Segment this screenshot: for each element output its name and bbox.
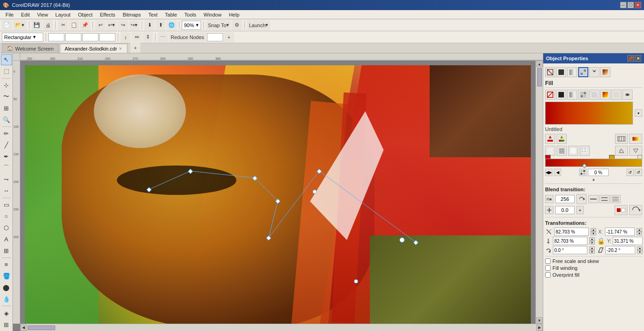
fill-options-btn[interactable] bbox=[615, 134, 628, 144]
free-scale-checkbox[interactable] bbox=[545, 258, 551, 264]
grad-left-arrow[interactable]: ◀▶ bbox=[545, 169, 552, 176]
table-tool[interactable]: ⊞ bbox=[1, 245, 12, 256]
panel-pin-button[interactable]: 📌 bbox=[627, 55, 634, 62]
overprint-fill-checkbox[interactable] bbox=[545, 272, 551, 278]
paste-button[interactable]: 📌 bbox=[80, 20, 90, 30]
open-dropdown[interactable]: 📂▾ bbox=[13, 20, 27, 30]
grad-right-arrow[interactable]: ◀ bbox=[554, 169, 561, 176]
rectangle-tool[interactable]: ▭ bbox=[1, 200, 12, 211]
skew-input[interactable]: -20.2 ° bbox=[605, 246, 635, 254]
fill-pattern-opt4[interactable] bbox=[580, 146, 590, 156]
scale-x-down[interactable]: ▼ bbox=[591, 232, 596, 235]
scroll-left-button[interactable]: ◀ bbox=[20, 325, 27, 331]
skew-down[interactable]: ▼ bbox=[637, 250, 643, 254]
menu-help[interactable]: Help bbox=[225, 11, 243, 18]
rotation-input[interactable]: 0.0 ° bbox=[553, 246, 587, 254]
fill-arrow-btn2[interactable] bbox=[629, 146, 642, 156]
mirror-v-button[interactable]: ⇕ bbox=[143, 32, 153, 42]
artwork-canvas[interactable] bbox=[25, 65, 531, 324]
pen-tool[interactable]: ✒ bbox=[1, 151, 12, 162]
menu-object[interactable]: Object bbox=[74, 11, 96, 18]
rotation-down[interactable]: ▼ bbox=[589, 250, 595, 254]
scale-x-up[interactable]: ▲ bbox=[591, 228, 596, 232]
print-button[interactable]: 🖨 bbox=[43, 20, 53, 30]
smooth-tool[interactable]: 〜 bbox=[1, 91, 12, 102]
vscroll-track[interactable] bbox=[536, 67, 543, 317]
fill-more-btn[interactable] bbox=[622, 90, 632, 100]
menu-text[interactable]: Text bbox=[144, 11, 161, 18]
interactive-fill-tool[interactable]: ◈ bbox=[1, 308, 12, 319]
import-button[interactable]: ⬇ bbox=[144, 20, 155, 30]
gradient-preview[interactable] bbox=[545, 102, 633, 125]
scroll-right-button[interactable]: ▶ bbox=[536, 325, 543, 331]
blend-cycle2-btn[interactable] bbox=[615, 205, 627, 215]
grad-reverse-btn[interactable]: ↺ bbox=[627, 169, 634, 176]
node-plus-btn[interactable]: + bbox=[224, 32, 234, 42]
freehand-select-tool[interactable]: ⬚ bbox=[1, 66, 12, 77]
tab-close-icon[interactable]: ✕ bbox=[119, 46, 122, 51]
options-button[interactable]: ⚙ bbox=[232, 20, 242, 30]
menu-bitmaps[interactable]: Bitmaps bbox=[119, 11, 145, 18]
panel-collapse-arrow[interactable]: ▲ bbox=[592, 177, 596, 182]
crop-tool[interactable]: ⊞ bbox=[1, 103, 12, 114]
blend-style-1[interactable] bbox=[588, 195, 598, 203]
save-button[interactable]: 💾 bbox=[32, 20, 42, 30]
menu-file[interactable]: File bbox=[2, 11, 17, 18]
redo-dropdown[interactable]: ↪▾ bbox=[129, 20, 139, 30]
freehand-tool[interactable]: ✏ bbox=[1, 128, 12, 139]
fill-tool[interactable]: 🪣 bbox=[1, 271, 12, 282]
fill-pattern-opt3[interactable] bbox=[568, 146, 578, 156]
blend-icon2[interactable] bbox=[545, 206, 553, 214]
fill-icon-tab4-active[interactable] bbox=[578, 67, 588, 77]
vertical-scrollbar[interactable]: ▲ ▼ bbox=[535, 61, 543, 324]
fill-icon-tab6[interactable] bbox=[600, 67, 610, 77]
fill-icon-tab2[interactable] bbox=[556, 67, 566, 77]
fill-icon-tab3[interactable] bbox=[567, 67, 577, 77]
blend-icon1[interactable] bbox=[545, 195, 553, 203]
scale-y-input[interactable]: 82.703 % bbox=[553, 237, 587, 245]
canvas-content[interactable] bbox=[20, 61, 543, 324]
vscroll-thumb[interactable] bbox=[537, 68, 542, 86]
menu-layout[interactable]: Layout bbox=[52, 11, 74, 18]
bspline-tool[interactable]: ⌒ bbox=[1, 162, 12, 173]
transform-button[interactable]: ↕ bbox=[121, 32, 131, 42]
new-button[interactable]: 📄 bbox=[2, 20, 12, 30]
launch-dropdown[interactable]: Launch ▾ bbox=[247, 20, 270, 30]
grad-pct-input[interactable]: 0 % bbox=[588, 169, 609, 176]
mirror-h-button[interactable]: ⇔ bbox=[132, 32, 142, 42]
menu-effects[interactable]: Effects bbox=[96, 11, 119, 18]
polygon-tool[interactable]: ⬡ bbox=[1, 223, 12, 234]
new-tab-button[interactable]: + bbox=[130, 43, 140, 53]
grad-pattern-icon[interactable] bbox=[579, 169, 586, 176]
fill-winding-checkbox[interactable] bbox=[545, 265, 551, 271]
reduce-nodes-btn[interactable]: Reduce Nodes bbox=[169, 32, 206, 42]
width-input[interactable] bbox=[82, 33, 98, 41]
ellipse-tool[interactable]: ○ bbox=[1, 211, 12, 222]
y-position-input[interactable] bbox=[65, 33, 81, 41]
x-position-input[interactable] bbox=[48, 33, 64, 41]
node-edit-btn[interactable]: ⋯ bbox=[158, 32, 168, 42]
line-tool[interactable]: ╱ bbox=[1, 140, 12, 151]
hscroll-track[interactable] bbox=[27, 325, 536, 331]
fill-texture-btn[interactable] bbox=[600, 90, 610, 100]
eyedropper-tool[interactable]: 💧 bbox=[1, 294, 12, 305]
minimize-button[interactable]: ─ bbox=[620, 2, 627, 8]
copy-button[interactable]: 📋 bbox=[69, 20, 79, 30]
hscroll-thumb[interactable] bbox=[28, 325, 55, 330]
dimension-tool[interactable]: ↔ bbox=[1, 185, 12, 196]
blend-cycle3-btn[interactable] bbox=[629, 205, 642, 215]
zoom-tool[interactable]: 🔍 bbox=[1, 114, 12, 125]
shape-type-dropdown[interactable]: Rectangular ▾ bbox=[2, 33, 43, 42]
snap-to-dropdown[interactable]: Snap To ▾ bbox=[206, 20, 231, 30]
menu-tools[interactable]: Tools bbox=[181, 11, 200, 18]
gradient-color-bar[interactable] bbox=[545, 159, 642, 167]
gradient-dropdown-btn[interactable]: ▾ bbox=[635, 109, 642, 117]
scroll-up-button[interactable]: ▲ bbox=[536, 61, 543, 67]
blend-offset-input[interactable]: 0.0 bbox=[555, 206, 575, 214]
scroll-down-button[interactable]: ▼ bbox=[536, 317, 543, 324]
undo-dropdown[interactable]: ↩▾ bbox=[106, 20, 117, 30]
fill-pattern-opt2[interactable] bbox=[557, 146, 567, 156]
lock-aspect-icon[interactable]: 🔒 bbox=[597, 237, 605, 245]
menu-window[interactable]: Window bbox=[200, 11, 225, 18]
close-button[interactable]: ✕ bbox=[635, 2, 641, 8]
